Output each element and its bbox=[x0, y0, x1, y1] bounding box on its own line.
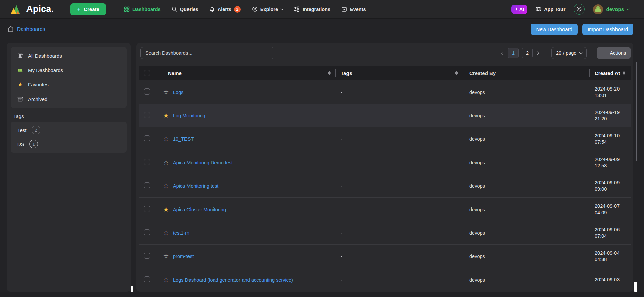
nav-label: Alerts bbox=[218, 7, 231, 12]
table-row[interactable]: ☆ Apica Monitoring Demo test - devops 20… bbox=[139, 151, 631, 174]
page-size-select[interactable]: 20 / page bbox=[551, 47, 587, 59]
sidebar-item-archived[interactable]: Archived bbox=[11, 92, 127, 106]
row-checkbox[interactable] bbox=[144, 88, 150, 95]
table-row[interactable]: ☆ test1-m - devops 2024-09-06 07:04 bbox=[139, 221, 631, 245]
favorite-star-icon[interactable]: ★ bbox=[163, 205, 169, 213]
row-tags: - bbox=[335, 90, 463, 95]
tag-label: Test bbox=[17, 127, 27, 133]
nav-item-integrations[interactable]: Integrations bbox=[294, 6, 330, 12]
row-checkbox-cell bbox=[139, 159, 163, 166]
favorite-star-icon[interactable]: ☆ bbox=[163, 252, 169, 260]
row-created-by: devops bbox=[463, 160, 589, 165]
page-button-1[interactable]: 1 bbox=[508, 48, 519, 58]
row-checkbox[interactable] bbox=[144, 206, 150, 212]
calendar-icon bbox=[341, 6, 347, 12]
dashboard-name-link[interactable]: test1-m bbox=[173, 230, 189, 236]
dashboard-name-link[interactable]: Apica Monitoring test bbox=[173, 183, 218, 189]
library-icon bbox=[17, 53, 23, 59]
table-row[interactable]: ☆ Apica Monitoring test - devops 2024-09… bbox=[139, 174, 631, 198]
row-checkbox[interactable] bbox=[144, 135, 150, 141]
table-row[interactable]: ★ Log Monitoring - devops 2024-09-19 21:… bbox=[139, 104, 631, 127]
theme-toggle[interactable] bbox=[574, 4, 585, 15]
ai-button[interactable]: ✦ AI bbox=[511, 5, 527, 14]
dashboard-name-link[interactable]: Apica Monitoring Demo test bbox=[173, 160, 233, 165]
favorite-star-icon[interactable]: ☆ bbox=[163, 135, 169, 143]
table-scrollbar-thumb[interactable] bbox=[636, 62, 637, 161]
favorite-star-icon[interactable]: ☆ bbox=[163, 182, 169, 190]
breadcrumb[interactable]: Dashboards bbox=[7, 26, 45, 33]
next-page-button[interactable] bbox=[534, 50, 541, 56]
nav-item-events[interactable]: Events bbox=[341, 6, 366, 12]
dashboard-name-link[interactable]: Logs bbox=[173, 90, 183, 95]
favorite-star-icon[interactable]: ★ bbox=[163, 112, 169, 119]
dashboard-name-link[interactable]: Logs Dashoard (load generator and accoun… bbox=[173, 277, 293, 283]
row-checkbox[interactable] bbox=[144, 229, 150, 235]
dashboard-name-link[interactable]: Log Monitoring bbox=[173, 113, 205, 118]
favorite-star-icon[interactable]: ☆ bbox=[163, 229, 169, 237]
tag-item-test[interactable]: Test 2 bbox=[11, 123, 127, 137]
row-checkbox-cell bbox=[139, 253, 163, 260]
table-row[interactable]: ☆ 10_TEST - devops 2024-09-10 07:54 bbox=[139, 127, 631, 151]
dashboard-name-link[interactable]: prom-test bbox=[173, 254, 194, 259]
created-time: 12:58 bbox=[595, 163, 631, 169]
favorite-star-icon[interactable]: ☆ bbox=[163, 276, 169, 284]
sort-icon[interactable] bbox=[623, 71, 625, 75]
nav-item-dashboards[interactable]: Dashboards bbox=[124, 6, 161, 12]
row-name-cell: ☆ 10_TEST bbox=[163, 135, 335, 143]
tags-panel: Test 2 DS 1 bbox=[11, 122, 127, 153]
import-dashboard-button[interactable]: Import Dashboard bbox=[582, 24, 633, 35]
prev-page-button[interactable] bbox=[500, 50, 506, 56]
head-buttons: New Dashboard Import Dashboard bbox=[531, 24, 633, 35]
dashboard-name-link[interactable]: 10_TEST bbox=[173, 136, 194, 142]
sort-icon[interactable] bbox=[328, 71, 331, 75]
favorite-star-icon[interactable]: ☆ bbox=[163, 88, 169, 96]
table-row[interactable]: ★ Apica Cluster Monitoring - devops 2024… bbox=[139, 198, 631, 221]
header-tags[interactable]: Tags bbox=[335, 66, 463, 80]
app-tour-button[interactable]: App Tour bbox=[536, 6, 565, 12]
page-scrollbar-thumb[interactable] bbox=[634, 282, 637, 292]
tag-label: DS bbox=[17, 141, 24, 147]
apica-logo[interactable]: Apica. bbox=[11, 4, 54, 15]
nav-item-alerts[interactable]: Alerts 2 bbox=[209, 6, 241, 13]
sidebar-item-my-dashboards[interactable]: My Dashboards bbox=[11, 63, 127, 77]
table-row[interactable]: ☆ Logs - devops 2024-09-20 13:01 bbox=[139, 80, 631, 104]
table-row[interactable]: ☆ Logs Dashoard (load generator and acco… bbox=[139, 268, 631, 287]
row-name-cell: ★ Apica Cluster Monitoring bbox=[163, 205, 335, 213]
row-checkbox[interactable] bbox=[144, 182, 150, 188]
select-all-checkbox[interactable] bbox=[144, 70, 150, 76]
sidebar-item-favorites[interactable]: ★ Favorites bbox=[11, 77, 127, 92]
sidebar-item-all-dashboards[interactable]: All Dashboards bbox=[11, 49, 127, 63]
row-checkbox[interactable] bbox=[144, 276, 150, 282]
page-header: Dashboards New Dashboard Import Dashboar… bbox=[0, 19, 644, 40]
app-tour-label: App Tour bbox=[544, 7, 565, 12]
header-created-at[interactable]: Created At bbox=[589, 66, 631, 80]
row-created-at: 2024-09-09 09:00 bbox=[589, 180, 631, 192]
search-input[interactable] bbox=[140, 47, 274, 59]
nav-item-explore[interactable]: Explore bbox=[252, 6, 283, 12]
row-checkbox[interactable] bbox=[144, 159, 150, 165]
row-checkbox[interactable] bbox=[144, 112, 150, 118]
sidebar: All Dashboards My Dashboards ★ Favorites bbox=[7, 43, 131, 292]
dashboard-name-link[interactable]: Apica Cluster Monitoring bbox=[173, 207, 226, 212]
favorite-star-icon[interactable]: ☆ bbox=[163, 159, 169, 166]
header-name[interactable]: Name bbox=[163, 66, 335, 80]
nav-label: Dashboards bbox=[132, 7, 161, 12]
row-created-at: 2024-09-06 07:04 bbox=[589, 227, 631, 239]
create-button[interactable]: + Create bbox=[70, 3, 106, 15]
sidebar-filters: All Dashboards My Dashboards ★ Favorites bbox=[11, 47, 127, 108]
sidebar-item-label: All Dashboards bbox=[28, 53, 62, 59]
nav-label: Explore bbox=[260, 7, 278, 12]
sort-icon[interactable] bbox=[455, 71, 458, 75]
new-dashboard-button[interactable]: New Dashboard bbox=[531, 24, 578, 35]
actions-button[interactable]: ⋯ Actions bbox=[597, 47, 631, 59]
create-button-label: Create bbox=[84, 6, 99, 12]
table-row[interactable]: ☆ prom-test - devops 2024-09-04 04:38 bbox=[139, 245, 631, 268]
row-created-at: 2024-09-20 13:01 bbox=[589, 86, 631, 99]
row-tags: - bbox=[335, 160, 463, 165]
user-menu[interactable]: devops bbox=[593, 4, 629, 14]
nav-item-queries[interactable]: Queries bbox=[172, 6, 198, 12]
tag-item-ds[interactable]: DS 1 bbox=[11, 137, 127, 151]
row-checkbox[interactable] bbox=[144, 253, 150, 259]
row-created-by: devops bbox=[463, 277, 589, 283]
page-button-2[interactable]: 2 bbox=[522, 48, 533, 58]
